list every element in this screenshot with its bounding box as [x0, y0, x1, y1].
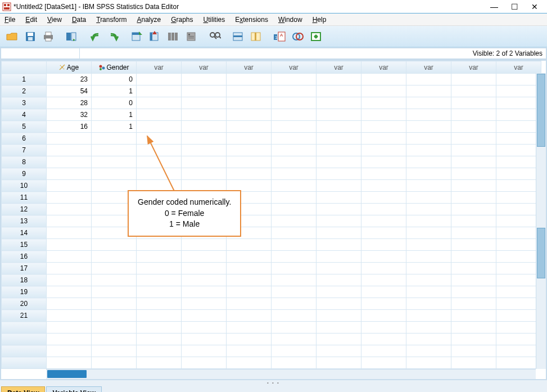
data-cell[interactable] [227, 168, 272, 180]
data-cell[interactable] [496, 357, 541, 369]
data-cell[interactable] [317, 322, 361, 334]
data-cell[interactable] [182, 133, 227, 145]
data-cell[interactable] [182, 286, 227, 298]
data-cell[interactable] [361, 121, 406, 133]
data-cell[interactable] [92, 298, 137, 310]
data-cell[interactable] [227, 334, 272, 345]
data-cell[interactable] [496, 97, 541, 109]
data-cell[interactable] [47, 239, 92, 251]
data-cell[interactable] [451, 286, 496, 298]
col-header-age[interactable]: Age [47, 61, 92, 74]
data-cell[interactable] [227, 133, 272, 145]
data-cell[interactable] [137, 145, 182, 156]
data-cell[interactable] [406, 345, 451, 357]
col-header-blank[interactable]: var [182, 61, 227, 74]
data-cell[interactable] [47, 215, 92, 227]
variables-button[interactable] [165, 29, 181, 44]
menu-view[interactable]: View [47, 16, 62, 24]
data-cell[interactable] [47, 298, 92, 310]
menu-utilities[interactable]: Utilities [204, 16, 225, 24]
data-cell[interactable] [47, 310, 92, 322]
data-cell[interactable] [137, 357, 182, 369]
data-cell[interactable] [406, 298, 451, 310]
data-cell[interactable] [496, 204, 541, 215]
data-cell[interactable] [451, 85, 496, 97]
data-cell[interactable] [496, 239, 541, 251]
menu-analyze[interactable]: Analyze [137, 16, 161, 24]
data-cell[interactable] [317, 263, 361, 274]
data-cell[interactable] [451, 121, 496, 133]
data-cell[interactable] [227, 109, 272, 121]
data-cell[interactable] [317, 97, 361, 109]
data-cell[interactable] [137, 322, 182, 334]
data-cell[interactable] [47, 322, 92, 334]
menu-edit[interactable]: Edit [25, 16, 37, 24]
row-header[interactable]: 17 [2, 263, 47, 274]
menu-extensions[interactable]: Extensions [235, 16, 268, 24]
data-cell[interactable] [451, 156, 496, 168]
data-cell[interactable] [451, 251, 496, 263]
data-cell[interactable] [182, 251, 227, 263]
data-cell[interactable]: 1 [92, 121, 137, 133]
row-header[interactable] [2, 345, 47, 357]
data-cell[interactable] [317, 121, 361, 133]
data-cell[interactable] [361, 310, 406, 322]
data-cell[interactable] [406, 168, 451, 180]
data-cell[interactable] [137, 121, 182, 133]
data-cell[interactable] [182, 357, 227, 369]
data-cell[interactable] [361, 85, 406, 97]
row-header[interactable]: 19 [2, 286, 47, 298]
data-cell[interactable] [496, 109, 541, 121]
vertical-scrollbar[interactable] [536, 73, 546, 369]
data-cell[interactable]: 28 [47, 97, 92, 109]
data-cell[interactable] [47, 145, 92, 156]
data-cell[interactable] [451, 168, 496, 180]
goto-case-button[interactable] [129, 29, 145, 44]
grip-separator[interactable]: • • • [0, 380, 547, 385]
data-cell[interactable] [182, 109, 227, 121]
data-cell[interactable] [137, 251, 182, 263]
row-header[interactable] [2, 357, 47, 369]
data-cell[interactable] [47, 357, 92, 369]
insert-cases-button[interactable] [230, 29, 246, 44]
data-cell[interactable]: 32 [47, 109, 92, 121]
data-cell[interactable] [406, 85, 451, 97]
data-cell[interactable] [406, 192, 451, 204]
data-cell[interactable] [227, 121, 272, 133]
data-cell[interactable] [406, 204, 451, 215]
data-cell[interactable] [317, 74, 361, 85]
data-cell[interactable] [137, 74, 182, 85]
data-cell[interactable] [451, 109, 496, 121]
data-cell[interactable] [47, 263, 92, 274]
data-cell[interactable] [451, 204, 496, 215]
data-cell[interactable] [317, 310, 361, 322]
data-cell[interactable] [496, 345, 541, 357]
data-cell[interactable] [227, 97, 272, 109]
data-cell[interactable] [272, 263, 317, 274]
data-cell[interactable] [182, 168, 227, 180]
data-cell[interactable] [406, 310, 451, 322]
run-button[interactable] [183, 29, 199, 44]
maximize-button[interactable]: ☐ [504, 1, 525, 13]
data-cell[interactable] [227, 85, 272, 97]
row-header[interactable]: 3 [2, 97, 47, 109]
row-header[interactable]: 2 [2, 85, 47, 97]
data-cell[interactable] [361, 286, 406, 298]
data-cell[interactable] [47, 227, 92, 239]
data-cell[interactable] [92, 345, 137, 357]
data-cell[interactable] [92, 286, 137, 298]
data-cell[interactable] [406, 156, 451, 168]
data-cell[interactable] [496, 227, 541, 239]
data-cell[interactable] [227, 263, 272, 274]
data-cell[interactable] [451, 274, 496, 286]
data-cell[interactable] [182, 263, 227, 274]
data-cell[interactable] [451, 74, 496, 85]
data-cell[interactable] [451, 310, 496, 322]
data-cell[interactable] [317, 168, 361, 180]
data-cell[interactable] [137, 168, 182, 180]
data-cell[interactable] [137, 109, 182, 121]
data-cell[interactable] [361, 322, 406, 334]
data-cell[interactable] [406, 227, 451, 239]
data-cell[interactable] [496, 298, 541, 310]
data-cell[interactable] [406, 97, 451, 109]
